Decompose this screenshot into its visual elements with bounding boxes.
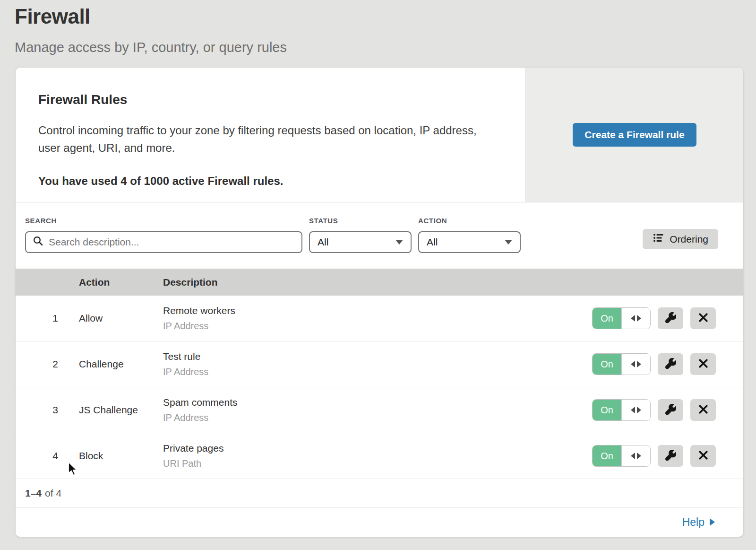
rule-enabled-toggle[interactable]: On (592, 353, 651, 375)
chevron-down-icon (395, 240, 403, 244)
delete-rule-button[interactable] (690, 399, 716, 421)
create-firewall-rule-button[interactable]: Create a Firewall rule (573, 123, 696, 147)
toggle-on-label[interactable]: On (593, 354, 621, 375)
help-link-label: Help (682, 516, 704, 529)
edit-rule-button[interactable] (658, 307, 683, 329)
rule-match-field: IP Address (163, 321, 592, 332)
filters-bar: SEARCH STATUS All ACTION All (16, 202, 743, 269)
rule-match-field: IP Address (163, 367, 592, 377)
rule-controls: On (592, 353, 743, 375)
toggle-on-label[interactable]: On (593, 400, 621, 420)
pagination-total: of 4 (45, 488, 61, 499)
toggle-on-label[interactable]: On (593, 308, 621, 329)
status-select-value: All (318, 236, 328, 248)
rule-priority: 4 (16, 450, 58, 462)
search-icon (33, 236, 44, 249)
rule-priority: 3 (16, 404, 58, 416)
rules-table: Action Description 1 Allow Remote worker… (16, 269, 743, 479)
edit-rule-button[interactable] (658, 353, 683, 375)
toggle-drag-handle[interactable] (621, 445, 650, 466)
arrow-right-icon (710, 518, 715, 526)
toggle-drag-handle[interactable] (621, 400, 650, 420)
close-icon (697, 312, 709, 325)
rule-match-field: IP Address (163, 412, 592, 423)
ordering-button-label: Ordering (670, 234, 708, 245)
rule-match-field: URI Path (163, 458, 592, 469)
rules-summary-text: Firewall Rules Control incoming traffic … (16, 68, 525, 202)
help-bar: Help (16, 507, 743, 537)
chevron-down-icon (505, 240, 512, 244)
arrow-left-icon (631, 361, 635, 367)
rule-description: Remote workers (163, 305, 592, 316)
rule-controls: On (592, 307, 743, 329)
status-select[interactable]: All (309, 231, 412, 253)
pagination-bar: 1–4 of 4 (16, 479, 743, 507)
close-icon (697, 403, 709, 417)
status-filter-group: STATUS All (309, 217, 412, 269)
arrow-right-icon (637, 453, 641, 459)
action-label: ACTION (418, 217, 521, 225)
arrow-right-icon (637, 315, 641, 322)
ordered-list-icon (653, 232, 664, 246)
delete-rule-button[interactable] (690, 445, 716, 467)
rule-controls: On (592, 445, 743, 467)
rule-description-cell: Remote workers IP Address (163, 305, 592, 332)
rule-description-cell: Test rule IP Address (163, 351, 592, 377)
action-select[interactable]: All (418, 231, 521, 253)
rules-summary-section: Firewall Rules Control incoming traffic … (16, 68, 743, 202)
close-icon (697, 449, 709, 463)
edit-rule-button[interactable] (658, 399, 683, 421)
toggle-drag-handle[interactable] (621, 308, 650, 329)
rule-enabled-toggle[interactable]: On (592, 399, 651, 421)
rule-priority: 2 (16, 358, 58, 370)
rule-action: Block (58, 450, 163, 462)
table-row: 1 Allow Remote workers IP Address On (16, 296, 743, 341)
search-box[interactable] (25, 231, 302, 253)
help-link[interactable]: Help (682, 516, 715, 529)
firewall-rules-card: Firewall Rules Control incoming traffic … (16, 68, 743, 537)
rule-description: Test rule (163, 351, 592, 362)
arrow-left-icon (631, 453, 635, 459)
wrench-icon (665, 358, 676, 370)
table-header-row: Action Description (16, 269, 743, 296)
table-row: 2 Challenge Test rule IP Address On (16, 341, 743, 387)
table-row: 3 JS Challenge Spam comments IP Address … (16, 387, 743, 433)
search-input[interactable] (49, 236, 295, 248)
wrench-icon (665, 404, 676, 416)
description-column-header: Description (163, 277, 743, 288)
rule-description-cell: Spam comments IP Address (163, 397, 592, 423)
rule-enabled-toggle[interactable]: On (592, 445, 651, 467)
rules-description: Control incoming traffic to your zone by… (38, 122, 492, 157)
create-rule-panel: Create a Firewall rule (525, 68, 743, 202)
rules-usage-count: You have used 4 of 1000 active Firewall … (38, 175, 503, 188)
arrow-right-icon (637, 361, 641, 367)
search-label: SEARCH (25, 217, 302, 225)
rule-description: Spam comments (163, 397, 592, 408)
search-filter-group: SEARCH (25, 217, 302, 269)
rule-action: Challenge (58, 358, 163, 370)
ordering-button[interactable]: Ordering (643, 229, 718, 249)
table-row: 4 Block Private pages URI Path On (16, 433, 743, 479)
rules-table-body: 1 Allow Remote workers IP Address On (16, 296, 743, 479)
toggle-drag-handle[interactable] (621, 354, 650, 375)
rules-heading: Firewall Rules (38, 92, 503, 107)
delete-rule-button[interactable] (690, 307, 716, 329)
wrench-icon (665, 450, 676, 462)
pagination-range: 1–4 (25, 488, 42, 499)
rule-enabled-toggle[interactable]: On (592, 307, 651, 329)
edit-rule-button[interactable] (658, 445, 683, 467)
action-filter-group: ACTION All (418, 217, 521, 269)
action-column-header: Action (79, 277, 163, 288)
page-header: Firewall Manage access by IP, country, o… (0, 0, 756, 55)
action-select-value: All (427, 236, 438, 248)
arrow-left-icon (631, 315, 635, 322)
rule-priority: 1 (16, 313, 58, 324)
rule-controls: On (592, 399, 743, 421)
page-title: Firewall (15, 5, 756, 28)
toggle-on-label[interactable]: On (593, 445, 621, 466)
arrow-left-icon (631, 407, 635, 413)
rule-description: Private pages (163, 443, 592, 454)
delete-rule-button[interactable] (690, 353, 716, 375)
page-subtitle: Manage access by IP, country, or query r… (15, 40, 756, 55)
rule-action: Allow (58, 313, 163, 324)
